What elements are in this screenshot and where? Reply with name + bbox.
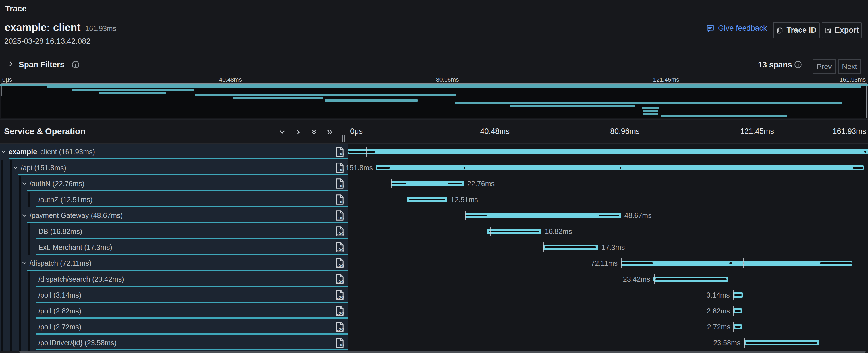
span-bar[interactable] (348, 149, 868, 154)
span-row-label[interactable]: /dispatch/search (23.42ms)LOG (0, 271, 348, 287)
log-icon[interactable]: LOG (335, 258, 346, 268)
row-underline (36, 333, 348, 334)
operation-name: Ext. Merchant (17.3ms) (38, 243, 112, 251)
row-expand-chevron-icon[interactable] (21, 260, 28, 266)
span-row-label[interactable]: /authZ (12.51ms)LOG (0, 192, 348, 207)
span-bar[interactable] (621, 261, 852, 266)
expand-one-chevron-right-icon[interactable] (295, 128, 302, 136)
span-self-time-segment (620, 167, 621, 168)
collapse-all-double-chevron-down-icon[interactable] (310, 128, 318, 136)
log-icon[interactable]: LOG (335, 210, 346, 221)
indent-guide (10, 223, 12, 239)
next-span-button[interactable]: Next (838, 59, 861, 74)
operation-name: /dispatch/search (23.42ms) (38, 275, 124, 283)
indent-guide (28, 192, 30, 207)
span-row-label[interactable]: /dispatch (72.11ms)LOG (0, 255, 348, 271)
panel-resize-handle[interactable] (342, 135, 343, 141)
log-icon[interactable]: LOG (335, 321, 346, 332)
span-row-label[interactable]: Ext. Merchant (17.3ms)LOG (0, 239, 348, 255)
horizontal-scrollbar-thumb[interactable] (19, 351, 866, 353)
log-icon[interactable]: LOG (335, 226, 346, 237)
svg-text:LOG: LOG (336, 200, 344, 204)
log-icon[interactable]: LOG (335, 162, 346, 173)
span-row-label[interactable]: /api (151.8ms)LOG (0, 160, 348, 175)
span-self-time-segment (735, 326, 741, 328)
give-feedback-link[interactable]: Give feedback (706, 24, 767, 33)
indent-guide (1, 175, 3, 192)
span-duration-label: 72.11ms (591, 259, 618, 267)
indent-guide (19, 223, 21, 239)
span-self-time-segment (409, 199, 445, 200)
log-icon[interactable]: LOG (335, 147, 346, 157)
span-filters-title[interactable]: Span Filters (19, 60, 64, 69)
span-row-label[interactable]: exampleclient (161.93ms)LOG (0, 144, 348, 160)
indent-guide (28, 303, 30, 319)
log-icon[interactable]: LOG (335, 194, 346, 205)
row-expand-chevron-icon[interactable] (12, 165, 19, 171)
span-duration-label: 16.82ms (545, 227, 572, 235)
span-bar[interactable] (376, 165, 864, 170)
span-count-info-icon[interactable] (794, 61, 802, 68)
span-row-label[interactable]: /payment Gateway (48.67ms)LOG (0, 207, 348, 223)
operation-name: DB (16.82ms) (38, 227, 82, 235)
panel-resize-handle[interactable] (344, 135, 345, 141)
row-underline (27, 270, 348, 271)
indent-guide (19, 255, 21, 271)
trace-id-button[interactable]: Trace ID (773, 22, 820, 38)
row-underline (36, 349, 348, 350)
span-self-time-segment (735, 310, 741, 312)
give-feedback-label: Give feedback (718, 24, 767, 33)
row-expand-chevron-icon[interactable] (0, 149, 6, 155)
span-label: Ext. Merchant (17.3ms) (38, 243, 112, 252)
span-bar[interactable] (465, 213, 621, 218)
span-self-time-segment (489, 230, 539, 232)
span-self-time-segment (852, 167, 863, 168)
svg-text:LOG: LOG (336, 343, 344, 347)
collapse-one-chevron-down-icon[interactable] (279, 128, 286, 136)
log-icon[interactable]: LOG (335, 306, 346, 316)
row-expand-chevron-icon[interactable] (21, 181, 28, 187)
log-icon[interactable]: LOG (335, 242, 346, 253)
span-filters-expand-chevron-icon[interactable] (7, 60, 14, 67)
span-label: DB (16.82ms) (38, 227, 82, 236)
span-row-label[interactable]: /pollDriver/{id} (23.58ms)LOG (0, 335, 348, 351)
span-row-label[interactable]: /poll (2.72ms)LOG (0, 319, 348, 335)
span-event-tick (408, 195, 408, 204)
svg-text:LOG: LOG (336, 295, 344, 299)
span-self-time-segment (464, 167, 465, 168)
row-underline (9, 158, 348, 159)
trace-id-label: Trace ID (786, 26, 816, 35)
feedback-icon (706, 24, 715, 33)
span-row-label[interactable]: DB (16.82ms)LOG (0, 223, 348, 239)
log-icon[interactable]: LOG (335, 338, 346, 348)
minimap-span-bar (660, 115, 787, 117)
minimap-time-label: 161.93ms (840, 76, 866, 83)
span-row-label[interactable]: /poll (2.82ms)LOG (0, 303, 348, 319)
indent-guide (19, 239, 21, 255)
indent-guide (10, 175, 12, 192)
svg-text:LOG: LOG (336, 216, 344, 220)
log-icon[interactable]: LOG (335, 274, 346, 285)
indent-guide (28, 319, 30, 335)
prev-span-button[interactable]: Prev (813, 59, 836, 74)
indent-guide (10, 303, 12, 319)
span-self-time-segment (348, 151, 375, 153)
row-expand-chevron-icon[interactable] (21, 212, 28, 219)
row-underline (36, 238, 348, 239)
export-button[interactable]: Export (822, 22, 862, 38)
operation-name: /authN (22.76ms) (30, 180, 85, 188)
span-self-time-segment (448, 183, 462, 185)
span-filters-info-icon[interactable] (72, 61, 80, 68)
span-self-time-segment (746, 342, 817, 344)
span-event-tick (621, 258, 622, 268)
page-title: Trace (5, 4, 27, 13)
span-row-label[interactable]: /authN (22.76ms)LOG (0, 175, 348, 192)
log-icon[interactable]: LOG (335, 290, 346, 300)
svg-text:LOG: LOG (336, 263, 344, 268)
span-duration-label: 12.51ms (451, 196, 478, 203)
span-self-time-segment (655, 278, 726, 280)
expand-all-double-chevron-right-icon[interactable] (326, 128, 334, 136)
minimap-gridline (217, 84, 217, 118)
log-icon[interactable]: LOG (335, 178, 346, 189)
span-row-label[interactable]: /poll (3.14ms)LOG (0, 287, 348, 303)
